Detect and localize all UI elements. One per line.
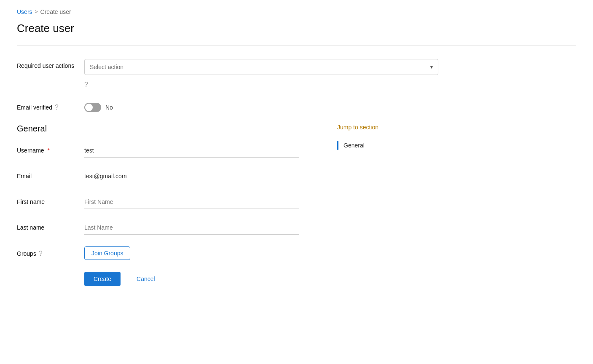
email-verified-toggle-label: No xyxy=(105,104,113,111)
breadcrumb-current: Create user xyxy=(40,8,71,15)
jump-section-accent-bar xyxy=(337,141,338,150)
email-control xyxy=(84,169,320,183)
last-name-label: Last name xyxy=(17,221,84,231)
first-name-row: First name xyxy=(17,195,320,209)
email-verified-control: No xyxy=(84,100,576,112)
required-user-actions-select-wrapper: Select action Verify Email Update Profil… xyxy=(84,59,438,75)
username-label: Username * xyxy=(17,144,84,154)
first-name-control xyxy=(84,195,320,209)
groups-control: Join Groups xyxy=(84,246,320,260)
last-name-input[interactable] xyxy=(84,221,299,235)
form-main: General Username * Email xyxy=(17,124,320,286)
groups-help-icon[interactable]: ? xyxy=(39,250,43,257)
first-name-label: First name xyxy=(17,195,84,205)
required-user-actions-select[interactable]: Select action Verify Email Update Profil… xyxy=(84,59,438,75)
email-row: Email xyxy=(17,169,320,183)
toggle-slider xyxy=(84,103,101,112)
required-user-actions-row: Required user actions Select action Veri… xyxy=(17,59,576,88)
email-verified-row: Email verified ? No xyxy=(17,100,576,112)
groups-row: Groups ? Join Groups xyxy=(17,246,320,260)
action-row: Create Cancel xyxy=(17,272,320,286)
page-title: Create user xyxy=(17,22,576,35)
required-user-actions-control: Select action Verify Email Update Profil… xyxy=(84,59,576,88)
email-input[interactable] xyxy=(84,169,299,183)
cancel-button[interactable]: Cancel xyxy=(127,272,164,286)
create-button[interactable]: Create xyxy=(84,272,121,286)
general-section: General Username * Email xyxy=(17,124,576,286)
username-required-marker: * xyxy=(48,147,50,154)
general-section-title: General xyxy=(17,124,320,134)
jump-section-item-general[interactable]: General xyxy=(337,137,430,153)
last-name-control xyxy=(84,221,320,235)
groups-label: Groups ? xyxy=(17,246,84,257)
jump-section-item-label: General xyxy=(343,142,365,149)
breadcrumb: Users > Create user xyxy=(17,8,576,15)
email-label: Email xyxy=(17,169,84,179)
email-verified-help-icon[interactable]: ? xyxy=(55,104,59,111)
general-section-header: General xyxy=(17,124,320,134)
divider xyxy=(17,45,576,46)
breadcrumb-separator: > xyxy=(35,9,38,15)
last-name-row: Last name xyxy=(17,221,320,235)
username-input[interactable] xyxy=(84,144,299,158)
breadcrumb-users-link[interactable]: Users xyxy=(17,8,32,15)
first-name-input[interactable] xyxy=(84,195,299,209)
jump-to-section-sidebar: Jump to section General xyxy=(337,124,430,286)
required-actions-help-icon[interactable]: ? xyxy=(84,81,88,88)
username-control xyxy=(84,144,320,158)
jump-section-title: Jump to section xyxy=(337,124,430,131)
username-row: Username * xyxy=(17,144,320,158)
email-verified-label: Email verified ? xyxy=(17,100,84,111)
required-user-actions-label: Required user actions xyxy=(17,59,84,69)
email-verified-toggle-wrapper: No xyxy=(84,100,576,112)
email-verified-toggle[interactable] xyxy=(84,103,101,112)
join-groups-button[interactable]: Join Groups xyxy=(84,246,130,260)
